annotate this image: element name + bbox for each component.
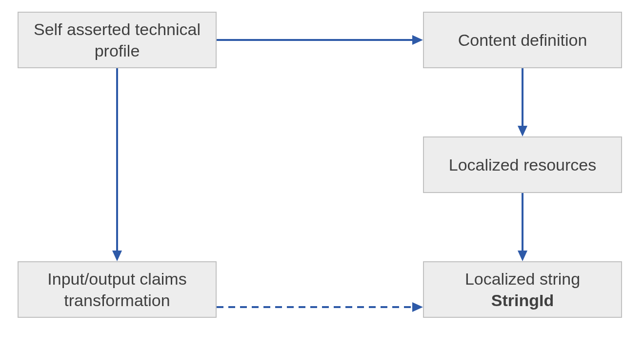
input-output-line2: transformation	[64, 290, 170, 311]
arrowhead-content-to-resources	[518, 126, 527, 136]
self-asserted-line1: Self asserted technical	[34, 19, 201, 40]
self-asserted-line2: profile	[95, 40, 140, 61]
localized-string-line2: StringId	[491, 290, 554, 311]
self-asserted-technical-profile-box: Self asserted technical profile	[18, 12, 217, 68]
localized-resources-box: Localized resources	[423, 136, 622, 193]
arrowhead-self-to-content	[412, 35, 423, 45]
input-output-line1: Input/output claims	[47, 268, 186, 290]
input-output-claims-box: Input/output claims transformation	[18, 261, 217, 318]
arrowhead-resources-to-string	[518, 251, 527, 261]
content-definition-text: Content definition	[458, 29, 587, 51]
localized-string-box: Localized string StringId	[423, 261, 622, 318]
content-definition-box: Content definition	[423, 12, 622, 68]
arrowhead-inputoutput-to-string	[412, 302, 423, 312]
localized-string-line1: Localized string	[465, 268, 580, 290]
arrowhead-self-to-inputoutput	[112, 251, 122, 261]
localized-resources-text: Localized resources	[449, 154, 596, 175]
